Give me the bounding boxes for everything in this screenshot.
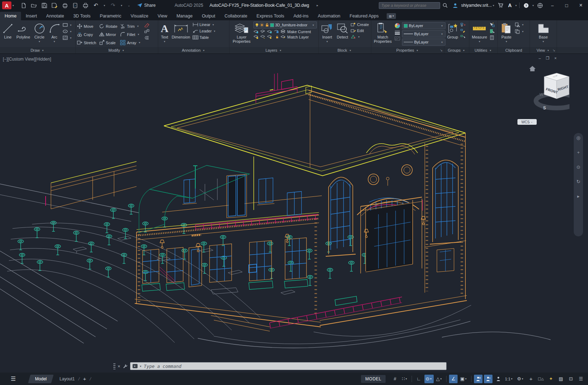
rectangle-chevron-icon[interactable]: ▾: [70, 24, 72, 27]
snap-toggle[interactable]: ∷▾: [401, 375, 409, 383]
group-button[interactable]: Group: [446, 21, 459, 40]
isodraft-toggle[interactable]: △▾: [435, 375, 444, 383]
tab-express-tools[interactable]: Express Tools: [252, 12, 289, 20]
leader-button[interactable]: Leader▾: [192, 29, 216, 33]
block-attributes-button[interactable]: ▾: [351, 35, 369, 39]
full-navigation-wheel-icon[interactable]: ◎: [576, 135, 580, 140]
make-current-icon[interactable]: [280, 29, 286, 34]
scale-button[interactable]: Scale: [99, 38, 117, 47]
search-input[interactable]: [379, 2, 440, 9]
layer-select[interactable]: 3D_furniture-indoor ▾: [253, 21, 317, 29]
arc-chevron-icon[interactable]: ▾: [54, 40, 55, 44]
search-icon[interactable]: [443, 3, 448, 8]
copy-clip-chevron-icon[interactable]: ▾: [522, 30, 523, 33]
layer-select-chevron-icon[interactable]: ▾: [313, 24, 314, 27]
share-button[interactable]: Share: [137, 3, 156, 8]
hardware-acceleration-toggle[interactable]: ✦: [547, 375, 555, 383]
panel-label-view[interactable]: View▾↘: [530, 47, 557, 53]
ungroup-button[interactable]: [460, 22, 465, 27]
panel-label-utilities[interactable]: Utilities▾: [469, 47, 497, 53]
layer-thaw-all-icon[interactable]: [260, 35, 265, 39]
pan-icon[interactable]: +: [577, 150, 580, 155]
panel-label-annotation[interactable]: Annotation▾: [158, 47, 229, 53]
app-menu-chevron-icon[interactable]: ▾: [12, 4, 14, 7]
paste-button[interactable]: Paste▾: [499, 21, 514, 44]
ribbon-display-toggle-button[interactable]: ▨▾: [387, 13, 396, 19]
app-logo[interactable]: A: [2, 1, 11, 9]
insert-button[interactable]: Insert▾: [320, 21, 334, 44]
trim-chevron-icon[interactable]: ▾: [137, 25, 139, 28]
panel-label-groups[interactable]: Groups▾: [444, 47, 469, 53]
color-wheel-icon[interactable]: [394, 23, 400, 29]
view-dialog-launcher-icon[interactable]: ↘: [552, 48, 555, 52]
rotate-button[interactable]: Rotate: [99, 22, 117, 30]
ortho-toggle[interactable]: ∟: [414, 375, 423, 383]
transparency-icon[interactable]: [394, 36, 400, 41]
create-block-button[interactable]: Create: [351, 22, 369, 27]
tab-collaborate[interactable]: Collaborate: [220, 12, 252, 20]
match-properties-button[interactable]: Match Properties: [373, 21, 393, 44]
model-tab[interactable]: Model: [29, 375, 52, 383]
rectangle-button[interactable]: ▾: [62, 22, 73, 27]
cut-button[interactable]: ▾: [515, 22, 525, 27]
layer-off-icon[interactable]: [267, 29, 272, 34]
isolate-objects-toggle[interactable]: □△: [537, 375, 545, 383]
clean-screen-toggle[interactable]: ⊡: [567, 375, 575, 383]
insert-chevron-icon[interactable]: ▾: [326, 40, 328, 44]
zoom-icon[interactable]: ⊙: [577, 164, 581, 170]
linear-button[interactable]: Linear▾: [192, 22, 216, 27]
circle-chevron-icon[interactable]: ▾: [39, 40, 40, 44]
media-graphics-button[interactable]: ▨: [557, 375, 565, 383]
lineweight-select[interactable]: ByLayer▾: [402, 30, 445, 37]
workspace-switching[interactable]: ⚙▾: [516, 375, 525, 383]
base-chevron-icon[interactable]: ▾: [542, 40, 544, 44]
compass-south[interactable]: S: [543, 106, 546, 111]
layout-menu-icon[interactable]: ☰: [11, 375, 16, 382]
panel-label-block[interactable]: Block▾: [319, 47, 371, 53]
tab-home[interactable]: Home: [0, 12, 21, 20]
linetype-select[interactable]: ByLayer▾: [402, 38, 445, 46]
print-button[interactable]: [82, 2, 89, 9]
offset-button[interactable]: [144, 35, 150, 40]
help-chevron-icon[interactable]: ▾: [532, 4, 534, 7]
command-bar-grip[interactable]: [113, 363, 115, 369]
wcs-selector[interactable]: WCS⌄: [517, 119, 537, 125]
tab-automation[interactable]: Automation: [313, 12, 345, 20]
lineweight-icon[interactable]: [394, 30, 400, 35]
fillet-button[interactable]: Fillet▾: [120, 30, 141, 38]
match-layer-icon[interactable]: [280, 35, 286, 39]
dynamic-input-toggle[interactable]: ▣▾: [459, 375, 469, 383]
window-maximize-button[interactable]: □: [559, 0, 574, 11]
layer-lock-icon[interactable]: [274, 29, 279, 34]
calculator-button[interactable]: [489, 35, 495, 40]
dimension-button[interactable]: Dimension: [171, 21, 191, 40]
layer-properties-button[interactable]: Layer Properties: [231, 21, 252, 44]
leader-chevron-icon[interactable]: ▾: [214, 30, 215, 33]
save-as-button[interactable]: [51, 2, 58, 9]
erase-button[interactable]: [144, 22, 150, 27]
polar-tracking-toggle[interactable]: ⊙▾: [424, 375, 433, 383]
quick-calc-button[interactable]: [489, 29, 495, 34]
match-layer-button[interactable]: Match Layer: [287, 35, 309, 39]
new-layout-button[interactable]: +: [83, 376, 86, 382]
tab-parametric[interactable]: Parametric: [95, 12, 126, 20]
make-current-button[interactable]: Make Current: [287, 30, 311, 34]
text-button[interactable]: AText▾: [160, 21, 170, 44]
group-selection-button[interactable]: [460, 35, 465, 39]
drawing-viewport[interactable]: [−][Custom View][Hidden] – ❒ × W N S E F…: [0, 53, 588, 373]
panel-label-layers[interactable]: Layers▾: [229, 47, 318, 53]
arc-button[interactable]: Arc▾: [48, 21, 61, 44]
annotation-autoscale-toggle[interactable]: [484, 375, 492, 383]
layer-unlock-icon[interactable]: [265, 23, 269, 27]
group-edit-button[interactable]: [460, 29, 465, 33]
text-chevron-icon[interactable]: ▾: [164, 40, 165, 44]
status-customization-menu[interactable]: ☰: [577, 375, 585, 383]
doc-expand-icon[interactable]: ▸: [317, 4, 319, 7]
viewport-minimize-button[interactable]: –: [539, 56, 541, 61]
block-attr-chevron-icon[interactable]: ▾: [358, 35, 360, 38]
command-bar-close-icon[interactable]: ×: [118, 364, 120, 369]
annotation-visibility-toggle[interactable]: [474, 375, 483, 383]
array-button[interactable]: Array▾: [120, 38, 141, 47]
user-avatar-icon[interactable]: [453, 3, 458, 8]
tab-featured-apps[interactable]: Featured Apps: [345, 12, 383, 20]
